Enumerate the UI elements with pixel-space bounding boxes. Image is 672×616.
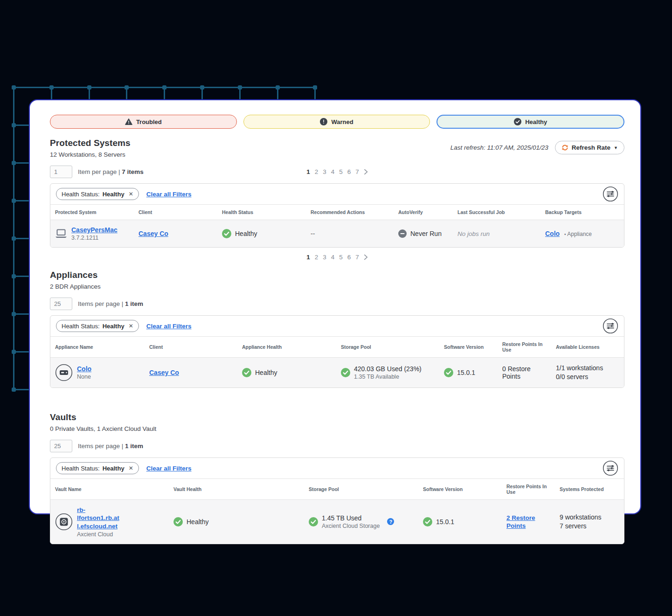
protected-systems-subtitle: 12 Workstations, 8 Servers xyxy=(50,151,131,158)
cell-storage-pool: 420.03 GB Used (23%) 1.35 TB Available xyxy=(336,359,439,386)
troubled-filter-button[interactable]: Troubled xyxy=(50,115,237,129)
check-circle-icon xyxy=(514,118,521,125)
clear-all-filters-link[interactable]: Clear all Filters xyxy=(146,191,192,198)
vault-icon xyxy=(55,513,73,531)
software-version-text: 15.0.1 xyxy=(436,518,454,526)
systems-servers: 7 servers xyxy=(560,522,621,531)
chip-value: Healthy xyxy=(103,323,125,330)
col-health-status: Health Status xyxy=(217,205,306,220)
last-refresh-text: Last refresh: 11:07 AM, 2025/01/23 xyxy=(450,144,548,151)
cell-available-licenses: 1/1 workstations 0/0 servers xyxy=(551,358,624,388)
appliances-items-per-page-input[interactable] xyxy=(50,298,72,310)
col-client: Client xyxy=(145,339,237,354)
licenses-workstations: 1/1 workstations xyxy=(556,364,621,373)
cell-protected-system: CaseyPersMac 3.7.2.1211 xyxy=(50,220,134,247)
table-row: Colo None Casey Co Healthy xyxy=(50,358,624,388)
cell-client: Casey Co xyxy=(145,363,237,382)
refresh-icon xyxy=(561,144,568,151)
page-1[interactable]: 1 xyxy=(306,168,310,175)
page-6[interactable]: 6 xyxy=(347,254,351,261)
page-3[interactable]: 3 xyxy=(323,254,326,261)
pagination-bottom: 1 2 3 4 5 6 7 xyxy=(50,254,624,261)
health-status-filter-chip[interactable]: Health Status: Healthy ✕ xyxy=(56,462,139,474)
appliance-sub: None xyxy=(77,374,91,380)
protected-systems-title: Protected Systems xyxy=(50,138,131,148)
clear-all-filters-link[interactable]: Clear all Filters xyxy=(146,465,192,472)
systems-workstations: 9 workstations xyxy=(560,513,621,522)
page-7[interactable]: 7 xyxy=(355,254,359,261)
remove-filter-icon[interactable]: ✕ xyxy=(129,465,133,471)
appliance-link[interactable]: Colo xyxy=(77,365,91,373)
vault-link[interactable]: rb- lfortson1.rb.at l.efscloud.net xyxy=(77,506,119,530)
page-3[interactable]: 3 xyxy=(323,168,326,175)
cell-appliance-health: Healthy xyxy=(237,362,336,383)
restore-points-link[interactable]: 2 Restore Points xyxy=(506,514,535,529)
col-appliance-name: Appliance Name xyxy=(50,339,145,354)
healthy-filter-button[interactable]: Healthy xyxy=(436,115,624,129)
exclamation-circle-icon xyxy=(320,118,327,125)
page-2[interactable]: 2 xyxy=(315,168,319,175)
page-5[interactable]: 5 xyxy=(339,168,343,175)
table-row: rb- lfortson1.rb.at l.efscloud.net Axcie… xyxy=(50,500,624,544)
healthy-label: Healthy xyxy=(525,118,547,125)
page-6[interactable]: 6 xyxy=(347,168,351,175)
col-vault-name: Vault Name xyxy=(50,482,169,497)
client-link[interactable]: Casey Co xyxy=(149,369,179,376)
page-1[interactable]: 1 xyxy=(306,254,310,261)
vaults-subtitle: 0 Private Vaults, 1 Axcient Cloud Vault xyxy=(50,425,624,432)
warned-label: Warned xyxy=(331,118,353,125)
backup-target-link[interactable]: Colo xyxy=(545,230,560,237)
col-backup-targets: Backup Targets xyxy=(540,205,624,220)
cell-autoverify: Never Run xyxy=(394,223,453,244)
table-row: CaseyPersMac 3.7.2.1211 Casey Co Healthy… xyxy=(50,220,624,247)
cell-vault-health: Healthy xyxy=(169,511,304,533)
warning-triangle-icon xyxy=(125,118,132,125)
appliances-subtitle: 2 BDR Appliances xyxy=(50,283,624,290)
vaults-title: Vaults xyxy=(50,412,624,422)
appliance-icon xyxy=(55,364,73,381)
items-count: 7 items xyxy=(122,168,144,175)
vaults-items-per-page-input[interactable] xyxy=(50,440,72,452)
warned-filter-button[interactable]: Warned xyxy=(243,115,430,129)
column-settings-button[interactable] xyxy=(603,318,618,334)
protected-items-per-page-input[interactable] xyxy=(50,166,72,178)
client-link[interactable]: Casey Co xyxy=(139,230,168,237)
col-restore-points: Restore Points In Use xyxy=(498,337,551,357)
clear-all-filters-link[interactable]: Clear all Filters xyxy=(146,323,192,330)
col-appliance-health: Appliance Health xyxy=(237,339,336,354)
help-icon[interactable]: ? xyxy=(387,518,394,525)
health-status-filter-chip[interactable]: Health Status: Healthy ✕ xyxy=(56,188,139,200)
page-5[interactable]: 5 xyxy=(339,254,343,261)
appliances-table: Health Status: Healthy ✕ Clear all Filte… xyxy=(50,315,624,388)
chip-label: Health Status: xyxy=(62,465,100,472)
refresh-rate-button[interactable]: Refresh Rate ▼ xyxy=(555,141,624,154)
remove-filter-icon[interactable]: ✕ xyxy=(129,323,133,329)
protected-system-link[interactable]: CaseyPersMac xyxy=(71,226,118,234)
page-7[interactable]: 7 xyxy=(355,168,359,175)
pagination-top: 1 2 3 4 5 6 7 xyxy=(306,168,368,175)
cell-health-status: Healthy xyxy=(217,223,306,244)
col-autoverify: AutoVerify xyxy=(394,205,453,220)
health-status-filter-chip[interactable]: Health Status: Healthy ✕ xyxy=(56,320,139,332)
page-2[interactable]: 2 xyxy=(315,254,319,261)
sliders-icon xyxy=(603,318,618,334)
remove-filter-icon[interactable]: ✕ xyxy=(129,191,133,197)
next-page-icon[interactable] xyxy=(364,169,368,175)
page-4[interactable]: 4 xyxy=(331,168,335,175)
protected-systems-table: Health Status: Healthy ✕ Clear all Filte… xyxy=(50,183,624,248)
col-last-successful-job: Last Successful Job xyxy=(453,205,540,220)
sliders-icon xyxy=(603,186,618,202)
chip-label: Health Status: xyxy=(62,191,100,198)
column-settings-button[interactable] xyxy=(603,460,618,476)
col-software-version: Software Version xyxy=(418,482,502,497)
sliders-icon xyxy=(603,460,618,476)
page-4[interactable]: 4 xyxy=(331,254,335,261)
table-header-row: Appliance Name Client Appliance Health S… xyxy=(50,337,624,358)
col-storage-pool: Storage Pool xyxy=(304,482,418,497)
recommended-actions-text: -- xyxy=(311,230,315,237)
column-settings-button[interactable] xyxy=(603,186,618,202)
agent-version: 3.7.2.1211 xyxy=(71,235,118,241)
next-page-icon[interactable] xyxy=(364,254,368,260)
cell-storage-pool: 1.45 TB Used Axcient Cloud Storage ? xyxy=(304,508,418,535)
chip-value: Healthy xyxy=(103,191,125,198)
